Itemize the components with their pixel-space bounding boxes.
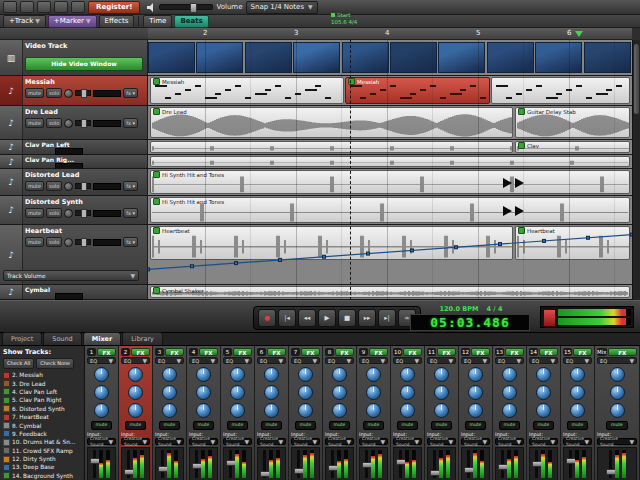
track-lane[interactable]: MessiahMessiah xyxy=(148,76,632,105)
solo-button[interactable]: solo xyxy=(46,237,62,247)
eq-mid-knob[interactable] xyxy=(128,385,143,400)
track-fx-button[interactable]: fx ▾ xyxy=(123,237,138,247)
scrollbar-thumb[interactable] xyxy=(634,44,639,114)
mute-button[interactable]: mute xyxy=(25,118,44,128)
track-lane[interactable]: Clav xyxy=(148,140,632,154)
eq-mid-knob[interactable] xyxy=(162,385,177,400)
eq-mid-knob[interactable] xyxy=(434,385,449,400)
strip-input-dropdown[interactable]: Creative Sound...▼ xyxy=(121,438,150,445)
eq-high-knob[interactable] xyxy=(298,367,313,382)
fader-track[interactable] xyxy=(93,450,96,478)
strip-fx-button[interactable]: FX xyxy=(267,348,286,356)
strip-mute-button[interactable]: mute xyxy=(606,421,628,430)
strip-fx-button[interactable]: FX xyxy=(301,348,320,356)
strip-mute-button[interactable]: mute xyxy=(363,421,385,430)
strip-mute-button[interactable]: mute xyxy=(193,421,215,430)
strip-mute-button[interactable]: mute xyxy=(499,421,521,430)
eq-mid-knob[interactable] xyxy=(196,385,211,400)
audio-clip[interactable]: Cymbal Shaker xyxy=(150,286,630,298)
register-button[interactable]: Register! xyxy=(88,1,140,14)
track-lane[interactable] xyxy=(148,40,632,75)
track-header[interactable]: ♪Distorted Synthmutesolofx ▾ xyxy=(0,196,148,224)
strip-mute-button[interactable]: mute xyxy=(91,421,113,430)
solo-button[interactable]: solo xyxy=(46,88,62,98)
eq-high-knob[interactable] xyxy=(468,367,483,382)
strip-input-dropdown[interactable]: Creative Sound...▼ xyxy=(257,438,286,445)
eq-mid-knob[interactable] xyxy=(298,385,313,400)
arm-button[interactable] xyxy=(64,119,73,128)
strip-eq-header[interactable]: EQ▼ xyxy=(87,357,116,364)
strip-input-dropdown[interactable]: Creative Sound...▼ xyxy=(189,438,218,445)
eq-mid-knob[interactable] xyxy=(502,385,517,400)
eq-high-knob[interactable] xyxy=(230,367,245,382)
strip-mute-button[interactable]: mute xyxy=(125,421,147,430)
strip-mute-button[interactable]: mute xyxy=(431,421,453,430)
eq-low-knob[interactable] xyxy=(468,403,483,418)
tab-sound[interactable]: Sound xyxy=(43,332,81,345)
eq-high-knob[interactable] xyxy=(610,367,625,382)
eq-high-knob[interactable] xyxy=(434,367,449,382)
save-icon[interactable] xyxy=(37,1,51,13)
pan-slider[interactable] xyxy=(75,239,91,245)
eq-low-knob[interactable] xyxy=(230,403,245,418)
fader-track[interactable] xyxy=(195,450,198,478)
strip-mute-button[interactable]: mute xyxy=(159,421,181,430)
eq-low-knob[interactable] xyxy=(128,403,143,418)
eq-low-knob[interactable] xyxy=(570,403,585,418)
track-lane[interactable]: Cymbal Shaker xyxy=(148,285,632,299)
eq-low-knob[interactable] xyxy=(332,403,347,418)
vertical-scrollbar[interactable] xyxy=(632,40,640,300)
strip-fx-button[interactable]: FX xyxy=(573,348,592,356)
strip-fx-button[interactable]: FX xyxy=(165,348,184,356)
check-all-button[interactable]: Check All xyxy=(3,358,34,369)
show-tracks-item[interactable]: 11. Crowd SFX Ramp xyxy=(3,447,82,455)
strip-input-dropdown[interactable]: Creative Sound...▼ xyxy=(597,438,637,445)
strip-input-dropdown[interactable]: Creative Sound...▼ xyxy=(291,438,320,445)
strip-fx-button[interactable]: FX xyxy=(471,348,490,356)
strip-mute-button[interactable]: mute xyxy=(397,421,419,430)
eq-mid-knob[interactable] xyxy=(610,385,625,400)
eq-mid-knob[interactable] xyxy=(366,385,381,400)
track-lane[interactable] xyxy=(148,155,632,168)
eq-mid-knob[interactable] xyxy=(230,385,245,400)
show-tracks-item[interactable]: 2. Messiah xyxy=(3,371,82,379)
track-header[interactable]: ♪Distorted Leadmutesolofx ▾ xyxy=(0,169,148,195)
audio-clip[interactable]: Dre Lead xyxy=(150,107,513,138)
strip-eq-header[interactable]: EQ▼ xyxy=(529,357,558,364)
track-fx-button[interactable]: fx ▾ xyxy=(123,181,138,191)
show-tracks-item[interactable]: 3. Dre Lead xyxy=(3,379,82,387)
arm-button[interactable] xyxy=(64,209,73,218)
strip-eq-header[interactable]: EQ▼ xyxy=(121,357,150,364)
strip-eq-header[interactable]: EQ▼ xyxy=(325,357,354,364)
fader-track[interactable] xyxy=(331,450,334,478)
pan-slider[interactable] xyxy=(75,90,91,96)
strip-eq-header[interactable]: EQ▼ xyxy=(393,357,422,364)
strip-input-dropdown[interactable]: Creative Sound...▼ xyxy=(461,438,490,445)
eq-high-knob[interactable] xyxy=(536,367,551,382)
show-tracks-item[interactable]: 13. Deep Base xyxy=(3,463,82,471)
strip-mute-button[interactable]: mute xyxy=(227,421,249,430)
eq-mid-knob[interactable] xyxy=(400,385,415,400)
show-tracks-item[interactable]: 4. Clav Pan Left xyxy=(3,388,82,396)
strip-eq-header[interactable]: EQ▼ xyxy=(223,357,252,364)
strip-fx-button[interactable]: FX xyxy=(403,348,422,356)
audio-clip[interactable] xyxy=(491,77,630,104)
show-tracks-item[interactable]: 9. Feedback xyxy=(3,430,82,438)
strip-input-dropdown[interactable]: Creative Sound...▼ xyxy=(359,438,388,445)
add-track-button[interactable]: +Track▼ xyxy=(3,15,46,28)
fader-track[interactable] xyxy=(535,450,538,478)
beats-mode-button[interactable]: Beats xyxy=(174,15,208,28)
eq-low-knob[interactable] xyxy=(366,403,381,418)
fader-track[interactable] xyxy=(399,450,402,478)
show-tracks-item[interactable]: 10. Drums Hat & Sn... xyxy=(3,438,82,446)
arm-button[interactable] xyxy=(64,182,73,191)
strip-input-dropdown[interactable]: Creative Sound...▼ xyxy=(325,438,354,445)
eq-low-knob[interactable] xyxy=(502,403,517,418)
automation-dropdown[interactable]: Track Volume▼ xyxy=(3,270,139,281)
track-lane[interactable]: HeartbeatHeartbeat xyxy=(148,225,632,284)
track-fx-button[interactable]: fx ▾ xyxy=(123,88,138,98)
track-lane[interactable]: Dre LeadGuitar Delay Stab xyxy=(148,106,632,139)
show-tracks-item[interactable]: 14. Bacground Synth xyxy=(3,472,82,480)
mute-button[interactable]: mute xyxy=(25,88,44,98)
audio-clip[interactable]: Hi Synth Hit and Tones xyxy=(150,170,630,194)
